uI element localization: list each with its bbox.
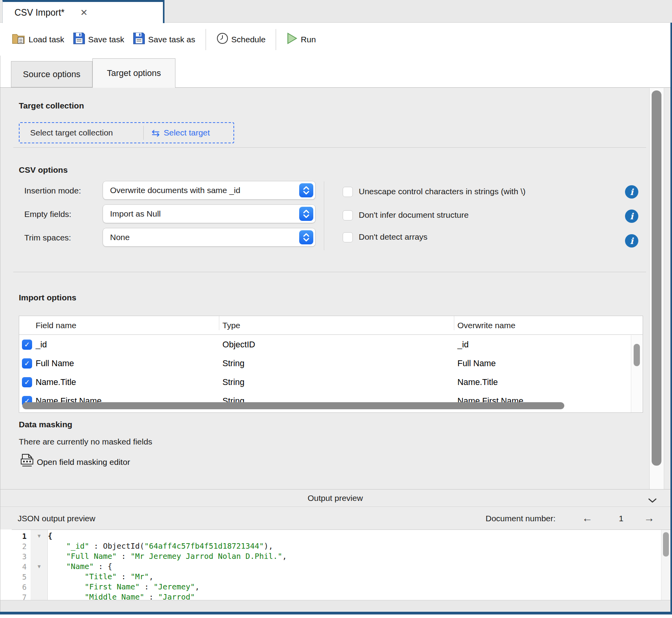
save-icon: [73, 32, 85, 47]
cell-overwrite-name: _id: [457, 335, 469, 354]
empty-fields-value: Import as Null: [110, 209, 161, 219]
bottom-strip: [0, 600, 672, 612]
code-area[interactable]: { "_id" : ObjectId("64aff4c57fb4f51d1872…: [48, 531, 661, 600]
column-separator: [454, 316, 454, 330]
chevron-down-icon[interactable]: [648, 496, 657, 505]
window-border-bottom: [0, 612, 672, 614]
tab-source-options[interactable]: Source options: [11, 61, 92, 87]
schedule-button[interactable]: Schedule: [216, 32, 266, 47]
tab-csv-import[interactable]: CSV Import* ✕: [2, 0, 164, 23]
folder-icon: [12, 33, 26, 46]
select-target-button[interactable]: ⇆ Select target: [144, 128, 210, 138]
row-checkbox[interactable]: ✓: [22, 377, 32, 387]
line-number: 1: [12, 531, 31, 541]
table-horizontal-scrollbar[interactable]: [19, 401, 630, 411]
empty-fields-select[interactable]: Import as Null: [103, 205, 315, 223]
scrollbar-thumb[interactable]: [652, 90, 661, 466]
editor-vertical-scrollbar[interactable]: [661, 530, 670, 600]
save-task-as-label: Save task as: [148, 35, 195, 44]
empty-fields-label: Empty fields:: [24, 210, 71, 219]
dont-infer-checkbox[interactable]: [343, 210, 353, 220]
table-row[interactable]: ✓Name.TitleStringName.Title: [19, 373, 630, 392]
table-row[interactable]: ✓Full NameStringFull Name: [19, 354, 630, 373]
insertion-mode-label: Insertion mode:: [24, 186, 81, 195]
row-checkbox[interactable]: ✓: [22, 358, 32, 369]
scrollbar-thumb[interactable]: [634, 344, 640, 366]
trim-spaces-label: Trim spaces:: [24, 233, 71, 242]
check-icon: ✓: [24, 379, 30, 386]
code-line: "Middle Name" : "Jarrod": [48, 592, 661, 600]
fold-spacer: [31, 572, 48, 582]
schedule-label: Schedule: [231, 35, 266, 44]
target-collection-field[interactable]: Select target collection ⇆ Select target: [19, 122, 234, 143]
cell-type: String: [222, 354, 244, 373]
next-document-button[interactable]: →: [644, 508, 654, 529]
document-number-value: 1: [613, 508, 629, 529]
save-task-button[interactable]: Save task: [73, 32, 124, 47]
import-options-table: Field name Type Overwrite name ✓_idObjec…: [19, 316, 643, 413]
fold-toggle-icon[interactable]: ▼: [31, 562, 48, 572]
window-border-right: [670, 23, 672, 614]
swap-arrows-icon: ⇆: [152, 128, 160, 138]
select-target-label: Select target: [164, 128, 210, 137]
window-border-left: [0, 56, 0, 612]
output-preview-bar[interactable]: Output preview: [0, 489, 670, 507]
dont-infer-label: Don't infer document structure: [359, 210, 469, 220]
save-as-icon: [133, 32, 145, 47]
section-divider: [13, 147, 646, 148]
insertion-mode-value: Overwrite documents with same _id: [110, 186, 240, 195]
fold-spacer: [31, 541, 48, 551]
tab-target-label: Target options: [107, 68, 161, 78]
scrollbar-thumb[interactable]: [22, 402, 564, 409]
check-icon: ✓: [24, 360, 30, 367]
column-separator: [219, 316, 219, 330]
table-row[interactable]: ✓_idObjectID_id: [19, 335, 630, 354]
fold-spacer: [31, 592, 48, 600]
toolbar-separator: [276, 29, 276, 50]
json-output-preview-label: JSON output preview: [18, 508, 95, 529]
table-vertical-scrollbar[interactable]: [631, 335, 643, 412]
line-number: 2: [12, 541, 31, 551]
row-checkbox[interactable]: ✓: [22, 340, 32, 350]
target-collection-heading: Target collection: [19, 101, 84, 110]
select-stepper-icon: [299, 207, 313, 221]
info-icon[interactable]: i: [625, 210, 638, 223]
target-collection-placeholder: Select target collection: [20, 128, 143, 137]
dont-detect-arrays-label: Don't detect arrays: [359, 232, 428, 242]
load-task-label: Load task: [29, 35, 64, 44]
fold-spacer: [31, 582, 48, 592]
cell-overwrite-name: Full Name: [457, 354, 496, 373]
code-line: {: [48, 531, 661, 541]
fold-spacer: [31, 551, 48, 562]
info-icon[interactable]: i: [625, 234, 638, 248]
close-icon[interactable]: ✕: [80, 7, 88, 18]
scrollbar-thumb[interactable]: [663, 532, 669, 557]
page-vertical-scrollbar[interactable]: [649, 88, 664, 489]
line-number-gutter: 1234567: [12, 531, 31, 600]
save-task-label: Save task: [88, 35, 124, 44]
masking-icon: [20, 454, 34, 470]
unescape-checkbox[interactable]: [343, 187, 353, 197]
data-masking-heading: Data masking: [19, 420, 72, 429]
previous-document-button[interactable]: ←: [582, 508, 593, 529]
clock-icon: [216, 32, 229, 47]
dont-detect-arrays-checkbox[interactable]: [343, 232, 353, 242]
tab-source-label: Source options: [23, 69, 81, 80]
check-icon: ✓: [24, 341, 30, 348]
fold-toggle-icon[interactable]: ▼: [31, 531, 48, 541]
open-field-masking-editor-link[interactable]: Open field masking editor: [20, 454, 130, 470]
code-line: "First Name" : "Jeremey",: [48, 582, 661, 592]
cell-field-name: Name.Title: [36, 373, 76, 392]
insertion-mode-select[interactable]: Overwrite documents with same _id: [103, 181, 315, 199]
unescape-label: Unescape control characters in strings (…: [359, 187, 526, 196]
trim-spaces-select[interactable]: None: [103, 228, 315, 246]
col-field-name: Field name: [36, 316, 76, 335]
run-label: Run: [301, 35, 316, 44]
masking-editor-label: Open field masking editor: [37, 457, 130, 467]
run-button[interactable]: Run: [286, 32, 316, 47]
json-editor[interactable]: 1234567 ▼▼ { "_id" : ObjectId("64aff4c57…: [12, 529, 670, 600]
save-task-as-button[interactable]: Save task as: [133, 32, 195, 47]
tab-target-options[interactable]: Target options: [92, 58, 175, 88]
load-task-button[interactable]: Load task: [12, 33, 64, 46]
info-icon[interactable]: i: [625, 185, 638, 199]
